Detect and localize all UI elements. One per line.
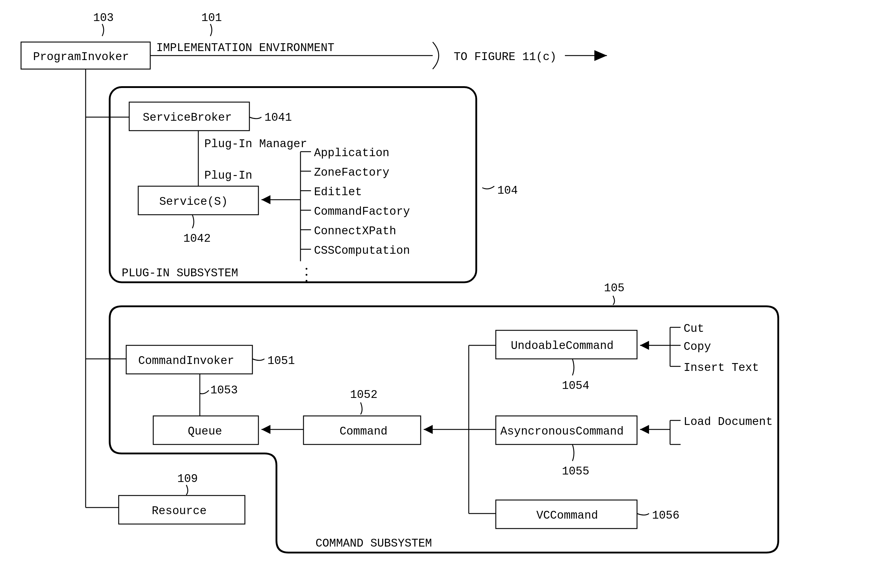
ref-1042: 1042 bbox=[183, 232, 210, 245]
diagram-canvas: 103 101 ProgramInvoker IMPLEMENTATION EN… bbox=[0, 0, 872, 588]
vc-command-label: VCCommand bbox=[536, 509, 598, 522]
editlet-label: Editlet bbox=[314, 186, 362, 198]
ref-1051: 1051 bbox=[268, 354, 295, 367]
ref-1052: 1052 bbox=[350, 388, 377, 401]
ref-104: 104 bbox=[497, 184, 518, 197]
ref-1056: 1056 bbox=[652, 509, 680, 522]
async-command-label: AsyncronousCommand bbox=[500, 425, 624, 438]
ref-101: 101 bbox=[201, 11, 222, 24]
service-label: Service(S) bbox=[159, 195, 228, 208]
ref-1054: 1054 bbox=[562, 379, 589, 392]
plugin-manager-label: Plug-In Manager bbox=[204, 138, 307, 150]
ref-1053: 1053 bbox=[210, 384, 238, 397]
command-subsystem-label: COMMAND SUBSYSTEM bbox=[316, 537, 432, 550]
command-invoker-label: CommandInvoker bbox=[138, 354, 234, 367]
zonefactory-label: ZoneFactory bbox=[314, 166, 389, 179]
insert-text-label: Insert Text bbox=[684, 361, 759, 374]
undoable-command-label: UndoableCommand bbox=[511, 339, 613, 352]
copy-label: Copy bbox=[684, 340, 711, 353]
impl-env-label: IMPLEMENTATION ENVIRONMENT bbox=[156, 42, 334, 54]
ref-109: 109 bbox=[177, 472, 198, 485]
ref-1055: 1055 bbox=[562, 465, 589, 478]
ref-103: 103 bbox=[93, 11, 114, 24]
application-label: Application bbox=[314, 147, 389, 159]
ref-105: 105 bbox=[604, 282, 624, 295]
csscomputation-label: CSSComputation bbox=[314, 244, 410, 257]
queue-label: Queue bbox=[188, 425, 222, 438]
svg-point-15 bbox=[305, 280, 307, 282]
plugin-subsystem-label: PLUG-IN SUBSYSTEM bbox=[122, 267, 238, 280]
plugin-label: Plug-In bbox=[204, 169, 253, 182]
service-broker-label: ServiceBroker bbox=[143, 111, 232, 124]
svg-point-14 bbox=[305, 274, 307, 276]
cut-label: Cut bbox=[684, 322, 704, 335]
svg-point-13 bbox=[305, 268, 307, 270]
to-figure-label: TO FIGURE 11(c) bbox=[454, 51, 556, 63]
command-label: Command bbox=[340, 425, 388, 438]
program-invoker-label: ProgramInvoker bbox=[33, 51, 129, 63]
connectxpath-label: ConnectXPath bbox=[314, 225, 396, 237]
resource-label: Resource bbox=[152, 504, 206, 518]
ref-1041: 1041 bbox=[265, 111, 292, 124]
load-document-label: Load Document bbox=[684, 416, 773, 428]
commandfactory-label: CommandFactory bbox=[314, 205, 410, 218]
